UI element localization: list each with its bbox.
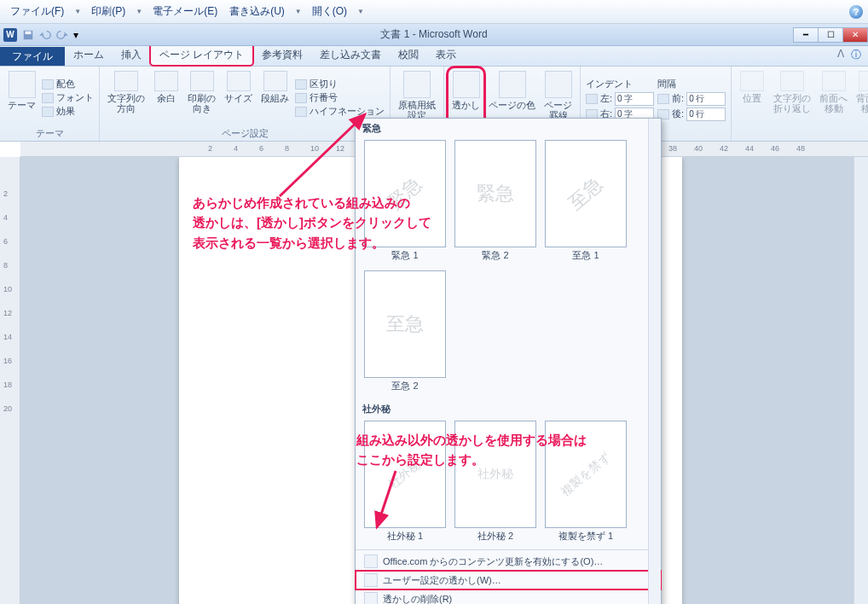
tab-view[interactable]: 表示 (427, 44, 465, 66)
gallery-scrollbar[interactable] (648, 119, 661, 604)
line-num-icon (295, 93, 307, 103)
ribbon-minimize-icon[interactable]: ᐱ (837, 48, 844, 62)
dropdown-icon[interactable]: ▼ (71, 8, 84, 15)
effects-icon (42, 107, 54, 117)
text-direction-button[interactable]: 文字列の 方向 (105, 69, 148, 126)
annotation-built-in: あらかじめ作成されている組み込みの 透かしは、[透かし]ボタンをクリックして 表… (193, 193, 431, 253)
group-arrange: 位置 文字列の 折り返し 前面へ 移動 背面へ 移動 オブジェクトの 選択と表示… (732, 67, 868, 141)
remove-icon (364, 592, 378, 604)
ribbon-help-icon[interactable]: ⓘ (851, 48, 861, 62)
menu-file[interactable]: ファイル(F) (5, 3, 69, 20)
breaks-button[interactable]: 区切り (295, 78, 385, 90)
custom-watermark[interactable]: ユーザー設定の透かし(W)… (356, 571, 661, 589)
size-button[interactable]: サイズ (222, 69, 255, 126)
wrap-button: 文字列の 折り返し (771, 69, 813, 126)
qat-dropdown-icon[interactable]: ▾ (73, 29, 78, 41)
globe-icon (364, 555, 378, 568)
menu-print[interactable]: 印刷(P) (86, 3, 130, 20)
title-bar: W ▾ 文書 1 - Microsoft Word ━ ☐ ✕ (0, 24, 868, 46)
indent-label: インデント (586, 78, 633, 90)
tab-references[interactable]: 参考資料 (253, 44, 311, 66)
maximize-button[interactable]: ☐ (818, 27, 843, 43)
window-buttons: ━ ☐ ✕ (794, 27, 868, 43)
breaks-icon (295, 79, 307, 90)
before-label: 前: (672, 92, 684, 105)
space-after[interactable]: 0 行 (686, 107, 726, 121)
tab-file[interactable]: ファイル (0, 47, 65, 66)
dropdown-icon[interactable]: ▼ (292, 8, 305, 15)
effects-button[interactable]: 効果 (42, 105, 94, 118)
gallery-section-urgent: 緊急 (356, 119, 661, 136)
undo-icon[interactable] (39, 29, 51, 41)
space-before[interactable]: 0 行 (686, 92, 726, 106)
remove-watermark[interactable]: 透かしの削除(R) (356, 589, 661, 604)
orientation-button[interactable]: 印刷の 向き (185, 69, 218, 126)
gallery-section-confidential: 社外秘 (356, 399, 661, 417)
space-before-icon (657, 94, 669, 104)
save-icon[interactable] (22, 29, 34, 41)
left-label: 左: (600, 92, 612, 105)
help-icon[interactable]: ? (849, 5, 863, 19)
word-icon: W (3, 28, 17, 42)
tab-home[interactable]: ホーム (65, 44, 113, 66)
bring-forward-button: 前面へ 移動 (817, 69, 850, 126)
office-content-enable[interactable]: Office.com からのコンテンツ更新を有効にする(O)… (356, 552, 661, 571)
fonts-button[interactable]: フォント (42, 91, 94, 104)
menu-email[interactable]: 電子メール(E) (148, 3, 223, 20)
svg-line-2 (280, 114, 365, 196)
group-label: テーマ (5, 126, 94, 140)
spacing-label: 間隔 (657, 78, 676, 90)
position-button: 位置 (737, 69, 767, 126)
indent-left[interactable]: 0 字 (615, 92, 654, 106)
redo-icon[interactable] (56, 29, 68, 41)
annotation-custom: 組み込み以外の透かしを使用する場合は ここから設定します。 (356, 430, 587, 470)
tab-insert[interactable]: 挿入 (113, 44, 150, 66)
colors-button[interactable]: 配色 (42, 78, 94, 90)
tab-page-layout[interactable]: ページ レイアウト (150, 44, 253, 66)
top-menu-bar: ファイル(F)▼ 印刷(P)▼ 電子メール(E) 書き込み(U)▼ 開く(O)▼… (0, 0, 868, 24)
watermark-option[interactable]: 至急至急 2 (364, 270, 446, 392)
menu-open[interactable]: 開く(O) (307, 3, 352, 20)
window-title: 文書 1 - Microsoft Word (380, 27, 487, 42)
dropdown-icon[interactable]: ▼ (132, 8, 146, 15)
close-button[interactable]: ✕ (842, 27, 868, 43)
themes-button[interactable]: テーマ (5, 69, 38, 126)
indent-left-icon (586, 94, 598, 104)
after-label: 後: (672, 107, 684, 120)
menu-write[interactable]: 書き込み(U) (224, 3, 290, 20)
vertical-ruler[interactable]: 2468101214161820 (0, 157, 20, 604)
svg-line-3 (377, 471, 396, 527)
fonts-icon (42, 93, 54, 103)
group-theme: テーマ 配色 フォント 効果 テーマ (0, 67, 100, 141)
group-label: 配置 (737, 126, 868, 140)
svg-rect-1 (26, 31, 32, 34)
ribbon-tabs: ファイル ホーム 挿入 ページ レイアウト 参考資料 差し込み文書 校閲 表示 … (0, 46, 868, 67)
watermark-option[interactable]: 緊急緊急 2 (454, 140, 536, 262)
send-backward-button: 背面へ 移動 (854, 69, 868, 126)
quick-access-toolbar: ▾ (22, 29, 78, 41)
line-numbers-button[interactable]: 行番号 (295, 91, 385, 104)
dropdown-icon[interactable]: ▼ (354, 8, 367, 15)
tab-review[interactable]: 校閲 (390, 44, 427, 66)
watermark-icon (364, 573, 378, 587)
watermark-option[interactable]: 至急至急 1 (545, 140, 627, 262)
tab-mailings[interactable]: 差し込み文書 (311, 44, 390, 66)
minimize-button[interactable]: ━ (793, 27, 819, 43)
margins-button[interactable]: 余白 (151, 69, 182, 126)
vertical-scrollbar[interactable] (854, 157, 868, 604)
colors-icon (42, 79, 54, 90)
